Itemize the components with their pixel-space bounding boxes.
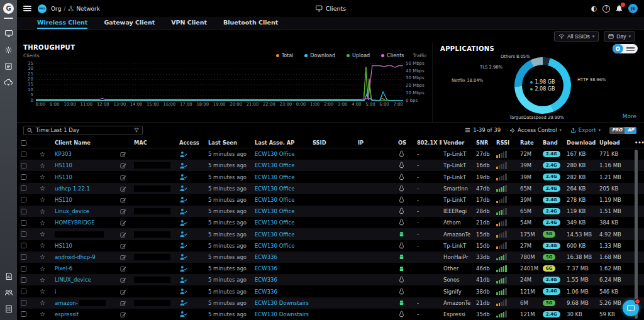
ap-link[interactable]: ECW130 Office <box>255 174 294 180</box>
table-row[interactable]: ☆udhcp 1.22.15 minutes agoECW130 Office-… <box>19 183 644 194</box>
client-name-link[interactable]: amazon- <box>55 300 78 306</box>
table-row[interactable]: ☆Pixel-65 minutes agoECW336Other46db2401… <box>19 263 644 274</box>
row-checkbox[interactable] <box>19 197 38 202</box>
ap-link[interactable]: ECW336 <box>255 277 277 283</box>
client-name-link[interactable]: KP303 <box>55 151 72 157</box>
ap-link[interactable]: ECW130 Office <box>255 151 294 157</box>
engenius-logo-icon[interactable]: G <box>3 3 14 14</box>
table-row[interactable]: ☆KP3035 minutes agoECW130 Office-Tp-Link… <box>19 148 644 160</box>
ap-link[interactable]: ECW336 <box>255 265 277 272</box>
column-header-mac[interactable]: MAC <box>133 140 178 146</box>
menu-icon[interactable] <box>23 6 31 11</box>
table-row[interactable]: ☆HS1105 minutes agoECW130 Office-Tp-Link… <box>19 160 644 171</box>
ap-link[interactable]: ECW130 Office <box>255 197 294 203</box>
access-control-button[interactable]: Access Control ▾ <box>509 127 562 133</box>
favorite-star-icon[interactable]: ☆ <box>38 219 53 226</box>
table-row[interactable]: ☆espressif5 minutes agoECW130 Downstairs… <box>19 309 644 320</box>
client-name-link[interactable]: HS110 <box>55 243 72 249</box>
export-button[interactable]: Export ▾ <box>570 127 601 133</box>
legend-item[interactable]: Upload <box>347 53 370 58</box>
column-header-last-seen[interactable]: Last Seen <box>207 140 253 146</box>
edit-cell[interactable] <box>119 289 133 295</box>
column-header-band[interactable]: Band <box>541 140 565 146</box>
edit-icon[interactable] <box>120 174 126 180</box>
row-checkbox[interactable] <box>19 300 38 306</box>
throughput-chart[interactable] <box>36 60 403 101</box>
row-checkbox[interactable] <box>19 254 38 260</box>
edit-icon[interactable] <box>120 231 126 238</box>
table-row[interactable]: ☆HS1105 minutes agoECW130 Office-Tp-Link… <box>19 171 644 182</box>
table-scrollbar[interactable] <box>635 150 638 319</box>
column-header-client-name[interactable]: Client Name <box>53 140 119 146</box>
ap-link[interactable]: ECW130 Office <box>255 231 294 238</box>
tab-vpn-client[interactable]: VPN Client <box>171 17 207 29</box>
row-checkbox[interactable] <box>19 185 38 191</box>
select-all-checkbox[interactable] <box>21 140 26 146</box>
table-row[interactable]: ☆android-dhcp-95 minutes agoECW336HonHai… <box>19 251 644 263</box>
column-header-vendor[interactable]: Vendor <box>442 140 475 146</box>
ap-link[interactable]: ECW130 Office <box>255 219 294 226</box>
edit-cell[interactable] <box>119 185 133 192</box>
row-checkbox[interactable] <box>19 289 38 294</box>
edit-cell[interactable] <box>119 151 133 157</box>
edit-icon[interactable] <box>120 208 126 214</box>
breadcrumb[interactable]: Org / Network <box>51 6 100 12</box>
ap-link[interactable]: ECW130 Office <box>255 243 294 249</box>
tab-wireless-client[interactable]: Wireless Client <box>37 17 87 29</box>
breadcrumb-network[interactable]: Network <box>76 6 100 12</box>
favorite-star-icon[interactable]: ☆ <box>38 174 53 180</box>
row-checkbox[interactable] <box>19 220 38 226</box>
column-header-last-asso-ap[interactable]: Last Asso. AP <box>253 140 311 146</box>
favorite-star-icon[interactable]: ☆ <box>38 265 53 272</box>
edit-icon[interactable] <box>120 277 126 283</box>
sidebar-item-report-icon[interactable] <box>0 268 17 284</box>
column-header-os[interactable]: OS <box>397 140 416 146</box>
edit-icon[interactable] <box>120 219 126 226</box>
row-checkbox[interactable] <box>19 209 38 214</box>
edit-cell[interactable] <box>119 174 133 180</box>
donut-chart[interactable]: 1.98 GB2.08 GB <box>514 57 571 114</box>
favorite-star-icon[interactable]: ☆ <box>38 288 53 295</box>
ap-link[interactable]: ECW336 <box>255 289 277 295</box>
edit-icon[interactable] <box>120 185 126 192</box>
client-name-link[interactable]: android-dhcp-9 <box>55 254 96 260</box>
chart-view-toggle[interactable] <box>613 44 638 53</box>
client-name-link[interactable]: LINUX_device <box>55 277 91 283</box>
ap-link[interactable]: ECW130 Office <box>255 208 294 214</box>
favorite-star-icon[interactable]: ☆ <box>38 311 53 317</box>
client-name-link[interactable]: HS110 <box>55 162 72 168</box>
client-name-link[interactable]: espressif <box>55 311 79 317</box>
table-row[interactable]: ☆5 minutes agoECW130 Office-AmazonTe15db… <box>19 228 644 240</box>
client-name-link[interactable]: Linux_device <box>55 208 89 214</box>
search-input[interactable]: Time:Last 1 Day <box>23 126 143 135</box>
edit-cell[interactable] <box>119 219 133 226</box>
edit-icon[interactable] <box>120 265 126 272</box>
filter-funnel-icon[interactable] <box>134 128 139 133</box>
edit-cell[interactable] <box>119 311 133 317</box>
edit-cell[interactable] <box>119 300 133 306</box>
table-row[interactable]: ☆HS1105 minutes agoECW130 Office-Tp-Link… <box>19 194 644 206</box>
row-checkbox[interactable] <box>19 163 38 168</box>
applications-donut[interactable]: 1.98 GB2.08 GB Others 8.05%HTTP 38.96%Ta… <box>440 55 638 118</box>
column-header-ip[interactable]: IP <box>357 140 397 146</box>
breadcrumb-org[interactable]: Org <box>51 6 61 12</box>
edit-icon[interactable] <box>120 197 126 203</box>
row-checkbox[interactable] <box>19 311 38 317</box>
row-checkbox[interactable] <box>19 152 38 157</box>
favorite-star-icon[interactable]: ☆ <box>38 277 53 284</box>
edit-cell[interactable] <box>119 162 133 168</box>
table-row[interactable]: ☆Linux_device5 minutes agoECW130 Office-… <box>19 206 644 217</box>
tab-gateway-client[interactable]: Gateway Client <box>104 17 155 29</box>
column-header-snr[interactable]: SNR <box>475 140 495 146</box>
edit-icon[interactable] <box>120 311 126 317</box>
favorite-star-icon[interactable]: ☆ <box>38 185 53 192</box>
row-checkbox[interactable] <box>19 266 38 272</box>
edit-icon[interactable] <box>120 243 126 249</box>
table-row[interactable]: ☆i5 minutes agoECW336Signify38db121M2.4G… <box>19 285 644 297</box>
legend-item[interactable]: Clients <box>381 53 404 58</box>
theme-toggle-icon[interactable]: ◐ <box>591 5 597 12</box>
favorite-star-icon[interactable]: ☆ <box>38 242 53 249</box>
ssid-filter-button[interactable]: All SSIDs ▾ <box>554 31 599 41</box>
column-header-ssid[interactable]: SSID <box>311 140 357 146</box>
column-header-upload[interactable]: Upload <box>598 140 633 146</box>
